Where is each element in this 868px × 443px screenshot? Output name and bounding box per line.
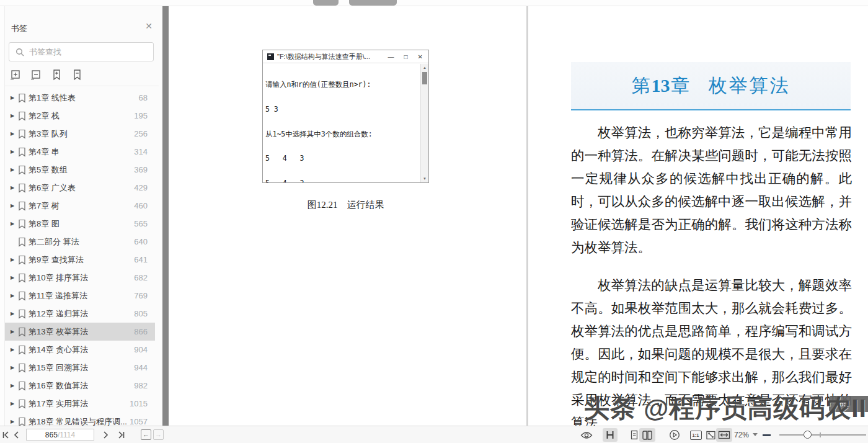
bookmark-item[interactable]: ▶第16章 数值算法982 <box>0 377 162 395</box>
zoom-slider-track[interactable] <box>779 434 866 436</box>
expand-arrow-icon[interactable]: ▶ <box>11 131 18 136</box>
bookmark-item[interactable]: ▶第11章 递推算法769 <box>0 287 162 305</box>
bookmark-page-number: 640 <box>134 237 148 246</box>
bookmark-label: 第14章 贪心算法 <box>29 344 88 356</box>
chapter-prefix: 第 <box>632 73 650 99</box>
expand-arrow-icon[interactable]: ▶ <box>11 401 18 406</box>
bookmark-label: 第3章 队列 <box>29 128 68 140</box>
remove-bookmark-icon[interactable] <box>71 68 84 81</box>
bookmark-page-number: 314 <box>134 147 148 156</box>
watermark-text: 头条 @程序员高级码农II <box>584 392 867 426</box>
add-bookmark-icon[interactable] <box>50 68 63 81</box>
page-number-input[interactable]: 865/1114 <box>26 429 94 441</box>
expand-arrow-icon[interactable]: ▶ <box>11 257 18 262</box>
chapter-name: 枚举算法 <box>709 73 790 99</box>
fit-width-button[interactable] <box>716 428 732 442</box>
bookmark-icon <box>18 237 29 247</box>
actual-size-button[interactable]: 1:1 <box>688 428 703 442</box>
bookmark-icon <box>18 255 29 265</box>
bookmark-item[interactable]: ▶第15章 回溯算法944 <box>0 359 162 377</box>
bookmark-label: 第17章 实用算法 <box>29 398 88 409</box>
pdf-page-right: 第13章枚举算法 枚举算法，也称穷举算法，它是编程中常用的一种算法。在解决某些问… <box>528 6 868 426</box>
expand-arrow-icon[interactable]: ▶ <box>11 419 18 424</box>
zoom-out-button[interactable] <box>763 434 771 436</box>
bookmark-item[interactable]: ▶第2章 栈195 <box>0 107 162 125</box>
pdf-reader-window: 书签 ✕ ▶第1章 线性表68 <box>0 0 868 443</box>
bookmark-search-box[interactable] <box>9 42 154 61</box>
history-back-button[interactable]: ← <box>141 429 151 440</box>
expand-arrow-icon[interactable]: ▶ <box>11 113 18 119</box>
expand-arrow-icon[interactable]: ▶ <box>11 185 18 190</box>
close-panel-button[interactable]: ✕ <box>145 21 153 31</box>
bookmark-icon <box>18 291 29 301</box>
eye-protection-button[interactable] <box>579 428 594 442</box>
document-viewport[interactable]: "F:\数据结构与算法速查手册\... — □ ✕ 请输入n和r的值(正整数且n… <box>162 6 868 426</box>
bookmark-page-number: 982 <box>134 381 148 390</box>
bookmark-item[interactable]: ▶第10章 排序算法682 <box>0 269 162 287</box>
maximize-icon: □ <box>404 53 408 60</box>
expand-arrow-icon[interactable]: ▶ <box>11 149 18 154</box>
bookmark-item[interactable]: ▶第1章 线性表68 <box>0 89 162 107</box>
expand-arrow-icon[interactable]: ▶ <box>11 221 18 226</box>
bookmark-icon <box>18 165 29 175</box>
collapse-all-icon[interactable] <box>30 68 43 81</box>
bookmark-icon <box>18 93 29 103</box>
first-page-button[interactable] <box>0 426 11 443</box>
fit-page-button[interactable] <box>704 428 717 442</box>
chapter-banner: 第13章枚举算法 <box>571 62 851 110</box>
console-line: 从1~5中选择其中3个数的组合数: <box>265 130 419 138</box>
expand-arrow-icon[interactable]: ▶ <box>11 275 18 280</box>
continuous-scroll-button[interactable] <box>603 428 618 442</box>
facing-pages-view-button[interactable] <box>639 428 655 442</box>
bookmark-icon <box>18 111 29 121</box>
zoom-dropdown-caret-icon[interactable] <box>753 433 758 436</box>
bookmark-item[interactable]: ▶第7章 树460 <box>0 197 162 215</box>
bookmark-item[interactable]: ▶第9章 查找算法641 <box>0 251 162 269</box>
bookmark-page-number: 256 <box>134 129 148 138</box>
history-forward-button[interactable]: → <box>153 429 164 440</box>
previous-page-button[interactable] <box>11 426 22 443</box>
bookmark-label: 第8章 图 <box>29 218 60 230</box>
last-page-button[interactable] <box>115 426 127 443</box>
paragraph: 枚举算法，也称穷举算法，它是编程中常用的一种算法。在解决某些问题时，可能无法按照… <box>571 122 852 259</box>
console-output: 请输入n和r的值(正整数且n>r): 5 3 从1~5中选择其中3个数的组合数:… <box>263 64 420 182</box>
expand-arrow-icon[interactable]: ▶ <box>11 383 18 388</box>
expand-arrow-icon[interactable]: ▶ <box>11 293 18 298</box>
bookmark-item[interactable]: ▶第17章 实用算法1015 <box>0 395 162 413</box>
expand-arrow-icon[interactable]: ▶ <box>11 329 18 334</box>
expand-arrow-icon[interactable]: ▶ <box>11 167 18 172</box>
next-page-button[interactable] <box>100 426 112 443</box>
bookmark-page-number: 904 <box>134 345 148 354</box>
bookmark-item-selected[interactable]: ▶第13章 枚举算法866 <box>0 323 162 341</box>
bookmark-icon <box>18 309 29 319</box>
bookmark-label: 第二部分 算法 <box>29 236 79 248</box>
bookmark-item[interactable]: ▶第4章 串314 <box>0 143 162 161</box>
bookmark-item[interactable]: ▶第二部分 算法640 <box>0 233 162 251</box>
zoom-slider-knob[interactable] <box>804 431 812 439</box>
expand-arrow-icon[interactable]: ▶ <box>11 203 18 208</box>
bookmark-item[interactable]: ▶第8章 图565 <box>0 215 162 233</box>
expand-arrow-icon[interactable]: ▶ <box>11 365 18 370</box>
bookmark-icon <box>18 147 29 157</box>
bookmark-search-input[interactable] <box>29 43 149 61</box>
bookmark-item[interactable]: ▶第5章 数组369 <box>0 161 162 179</box>
bookmark-label: 第12章 递归算法 <box>29 308 88 320</box>
bookmark-page-number: 769 <box>134 291 148 300</box>
top-toolbar-button-2[interactable] <box>349 0 397 6</box>
bookmark-label: 第5章 数组 <box>29 164 68 176</box>
bookmark-item[interactable]: ▶第6章 广义表429 <box>0 179 162 197</box>
expand-arrow-icon[interactable]: ▶ <box>11 347 18 352</box>
bookmark-item[interactable]: ▶第18章 常见错误与程序调...1057 <box>0 413 162 426</box>
zoom-slider-tick <box>820 432 821 437</box>
bookmark-item[interactable]: ▶第14章 贪心算法904 <box>0 341 162 359</box>
expand-arrow-icon[interactable]: ▶ <box>11 95 18 101</box>
bookmark-label: 第2章 栈 <box>29 110 60 122</box>
expand-arrow-icon[interactable]: ▶ <box>11 311 18 316</box>
expand-all-icon[interactable] <box>9 68 22 81</box>
bookmark-item[interactable]: ▶第12章 递归算法805 <box>0 305 162 323</box>
console-window-figure: "F:\数据结构与算法速查手册\... — □ ✕ 请输入n和r的值(正整数且n… <box>262 50 429 183</box>
slideshow-button[interactable] <box>667 428 682 442</box>
bookmark-item[interactable]: ▶第3章 队列256 <box>0 125 162 143</box>
top-toolbar-button-1[interactable] <box>313 0 339 6</box>
bookmark-label: 第11章 递推算法 <box>29 290 87 302</box>
